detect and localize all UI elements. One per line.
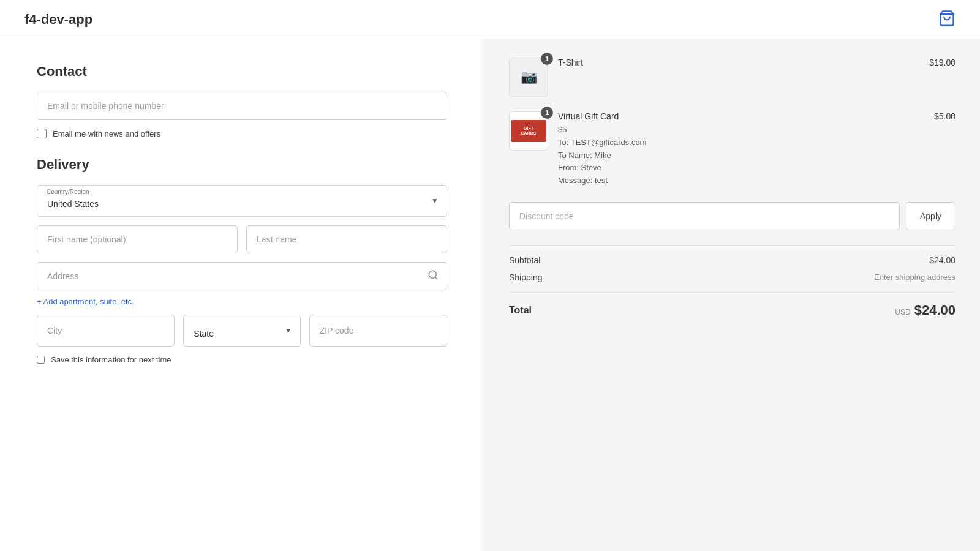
tshirt-badge: 1 (541, 53, 553, 65)
shipping-label: Shipping (509, 272, 543, 282)
contact-heading: Contact (37, 64, 447, 80)
tshirt-price: $19.00 (929, 58, 956, 67)
tshirt-image-wrapper: 📷 1 (509, 58, 548, 97)
cart-button[interactable] (938, 10, 956, 29)
discount-row: Apply (509, 202, 956, 230)
email-checkbox-label: Email me with news and offers (53, 129, 160, 138)
summary-divider-2 (509, 292, 956, 293)
state-select-wrapper: State ▼ (183, 315, 300, 347)
country-select[interactable]: United States (37, 185, 447, 217)
save-info-label: Save this information for next time (51, 355, 172, 364)
giftcard-image: GIFTCARDS (509, 111, 548, 151)
total-amount: $24.00 (914, 302, 956, 318)
state-select[interactable]: State (183, 315, 300, 347)
last-name-input[interactable] (246, 225, 447, 253)
email-input[interactable] (37, 92, 447, 120)
shipping-row: Shipping Enter shipping address (509, 272, 956, 282)
address-wrapper (37, 262, 447, 290)
app-logo: f4-dev-app (24, 12, 92, 28)
header: f4-dev-app (0, 0, 980, 39)
giftcard-details: Virtual Gift Card $5 To: TEST@giftcards.… (558, 111, 924, 187)
delivery-section: Delivery Country/Region United States ▼ (37, 157, 447, 364)
giftcard-from-name: From: Steve (558, 162, 924, 174)
svg-line-2 (435, 277, 437, 279)
search-icon (428, 269, 439, 283)
tshirt-details: T-Shirt (558, 58, 919, 70)
giftcard-sub-price: $5 (558, 124, 924, 137)
add-apartment-link[interactable]: + Add apartment, suite, etc. (37, 297, 134, 306)
contact-section: Contact Email me with news and offers (37, 64, 447, 138)
subtotal-value: $24.00 (929, 255, 956, 265)
total-label: Total (509, 305, 532, 316)
giftcard-name: Virtual Gift Card (558, 111, 924, 121)
giftcard-image-wrapper: GIFTCARDS 1 (509, 111, 548, 151)
left-panel: Contact Email me with news and offers De… (0, 39, 484, 551)
apply-button[interactable]: Apply (906, 202, 956, 230)
giftcard-price: $5.00 (934, 111, 956, 121)
email-checkbox[interactable] (37, 129, 47, 138)
total-right: USD $24.00 (895, 302, 956, 318)
summary-divider-1 (509, 245, 956, 246)
total-row: Total USD $24.00 (509, 302, 956, 318)
country-select-wrapper: Country/Region United States ▼ (37, 185, 447, 217)
save-info-row: Save this information for next time (37, 355, 447, 364)
right-panel: 📷 1 T-Shirt $19.00 GIFTCARDS 1 Virtual G… (484, 39, 980, 551)
city-input[interactable] (37, 315, 175, 347)
country-group: Country/Region United States ▼ (37, 185, 447, 217)
image-placeholder-icon: 📷 (521, 69, 537, 85)
subtotal-row: Subtotal $24.00 (509, 255, 956, 265)
address-input[interactable] (37, 262, 447, 290)
order-item-giftcard: GIFTCARDS 1 Virtual Gift Card $5 To: TES… (509, 111, 956, 187)
giftcard-message: Message: test (558, 174, 924, 187)
email-checkbox-row: Email me with news and offers (37, 129, 447, 138)
tshirt-name: T-Shirt (558, 58, 919, 67)
main-layout: Contact Email me with news and offers De… (0, 39, 980, 551)
first-name-input[interactable] (37, 225, 238, 253)
discount-input[interactable] (509, 202, 900, 230)
giftcard-text: GIFTCARDS (521, 126, 537, 137)
shopping-bag-icon (938, 10, 956, 27)
email-field-group (37, 92, 447, 120)
delivery-heading: Delivery (37, 157, 447, 173)
giftcard-to-email: To: TEST@giftcards.com (558, 137, 924, 149)
save-info-checkbox[interactable] (37, 356, 45, 364)
giftcard-inner: GIFTCARDS (511, 120, 546, 142)
giftcard-to-name: To Name: Mike (558, 149, 924, 162)
tshirt-image: 📷 (509, 58, 548, 97)
giftcard-badge: 1 (541, 107, 553, 119)
subtotal-label: Subtotal (509, 255, 540, 265)
zip-input[interactable] (309, 315, 447, 347)
city-state-zip-row: State ▼ (37, 315, 447, 347)
total-currency: USD (895, 308, 910, 317)
shipping-value: Enter shipping address (874, 272, 956, 282)
order-item-tshirt: 📷 1 T-Shirt $19.00 (509, 58, 956, 97)
name-row (37, 225, 447, 253)
